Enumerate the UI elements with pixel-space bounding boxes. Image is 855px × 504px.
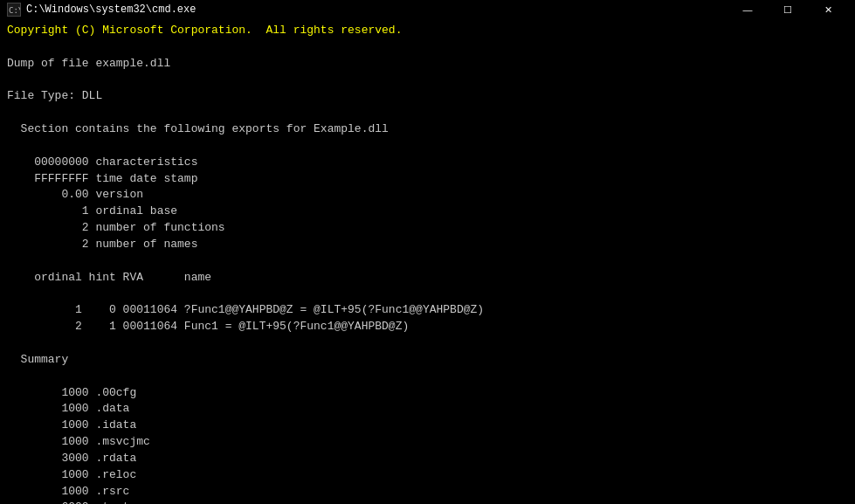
section-rdata-line: 3000 .rdata: [7, 451, 848, 467]
section-reloc-line: 1000 .reloc: [7, 467, 848, 484]
titlebar: C:\ C:\Windows\system32\cmd.exe — ☐ ✕: [0, 0, 855, 19]
blank-line-3: [7, 105, 848, 121]
summary-header-line: Summary: [7, 352, 848, 369]
window-controls: — ☐ ✕: [727, 0, 848, 19]
blank-line-4: [7, 138, 848, 155]
minimize-button[interactable]: —: [727, 0, 768, 19]
svg-text:C:\: C:\: [9, 6, 20, 15]
section-data-line: 1000 .data: [7, 401, 848, 418]
window-title: C:\Windows\system32\cmd.exe: [26, 3, 727, 16]
terminal-output: Copyright (C) Microsoft Corporation. All…: [0, 19, 855, 504]
characteristics-line: 00000000 characteristics: [7, 155, 848, 171]
blank-line-7: [7, 335, 848, 352]
dump-of-file-line: Dump of file example.dll: [7, 56, 848, 72]
ordinal-base-line: 1 ordinal base: [7, 204, 848, 220]
section-idata-line: 1000 .idata: [7, 418, 848, 434]
maximize-button[interactable]: ☐: [768, 0, 808, 19]
section-00cfg-line: 1000 .00cfg: [7, 385, 848, 402]
blank-line-1: [7, 39, 848, 56]
timestamp-line: FFFFFFFF time date stamp: [7, 171, 848, 188]
export-1-line: 1 0 00011064 ?Func1@@YAHPBD@Z = @ILT+95(…: [7, 302, 848, 319]
blank-line-8: [7, 369, 848, 385]
section-rsrc-line: 1000 .rsrc: [7, 484, 848, 501]
blank-line-2: [7, 72, 848, 89]
app-icon: C:\: [7, 3, 21, 17]
blank-line-5: [7, 253, 848, 270]
num-names-line: 2 number of names: [7, 237, 848, 253]
ordinal-header-line: ordinal hint RVA name: [7, 270, 848, 287]
copyright-line: Copyright (C) Microsoft Corporation. All…: [7, 23, 848, 39]
version-line: 0.00 version: [7, 187, 848, 204]
file-type-line: File Type: DLL: [7, 88, 848, 105]
section-line: Section contains the following exports f…: [7, 121, 848, 138]
section-msvcjmc-line: 1000 .msvcjmc: [7, 434, 848, 451]
close-button[interactable]: ✕: [808, 0, 848, 19]
blank-line-6: [7, 287, 848, 303]
num-functions-line: 2 number of functions: [7, 220, 848, 237]
export-2-line: 2 1 00011064 Func1 = @ILT+95(?Func1@@YAH…: [7, 319, 848, 335]
section-text-line: 6000 .text: [7, 500, 848, 504]
